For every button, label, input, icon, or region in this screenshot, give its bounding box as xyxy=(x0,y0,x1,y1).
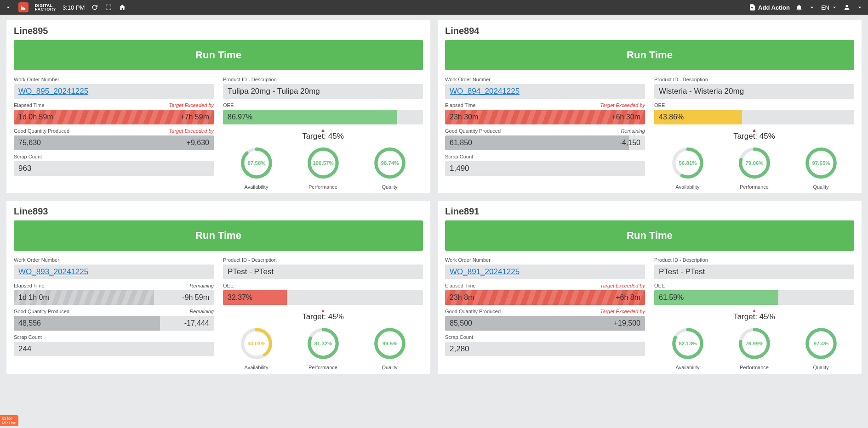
line-title: Line891 xyxy=(445,206,854,217)
work-order-label: Work Order Number xyxy=(445,77,491,82)
gauge-quality: 99.5% Quality xyxy=(371,325,408,370)
gauges-row: 87.58% Availability 100.57% Performance … xyxy=(223,145,423,190)
gauge-quality: 97.65% Quality xyxy=(803,145,839,190)
oee-label: OEE xyxy=(654,283,665,288)
elapsed-label: Elapsed Time xyxy=(445,283,476,288)
svg-text:87.58%: 87.58% xyxy=(247,160,265,166)
language-selector[interactable]: EN xyxy=(821,4,838,11)
refresh-icon[interactable] xyxy=(91,4,98,11)
gauge-label: Quality xyxy=(803,184,839,190)
scrap-value: 1,490 xyxy=(445,161,645,176)
runtime-banner: Run Time xyxy=(445,220,854,251)
gauge-label: Availability xyxy=(669,184,706,190)
gauge-quality: 98.74% Quality xyxy=(371,145,408,190)
good-qty-value: 61,850 xyxy=(450,139,472,147)
elapsed-value: 23h 8m xyxy=(450,293,474,302)
user-icon[interactable] xyxy=(843,4,851,11)
gauge-availability: 40.01% Availability xyxy=(238,325,275,370)
svg-text:76.99%: 76.99% xyxy=(745,341,763,346)
elapsed-delta: +6h 30m xyxy=(611,113,640,121)
gauge-label: Quality xyxy=(803,365,839,370)
elapsed-label: Elapsed Time xyxy=(14,102,45,108)
scrap-label: Scrap Count xyxy=(14,334,42,340)
user-dropdown-icon[interactable] xyxy=(856,4,863,11)
elapsed-bar: 23h 8m +6h 8m xyxy=(445,290,645,305)
gauges-row: 56.81% Availability 79.06% Performance 9… xyxy=(654,145,854,190)
fullscreen-icon[interactable] xyxy=(105,4,112,11)
bell-dropdown-icon[interactable] xyxy=(808,4,816,11)
gauge-performance: 79.06% Performance xyxy=(736,145,773,190)
svg-text:98.74%: 98.74% xyxy=(381,160,399,166)
gauge-availability: 82.13% Availability xyxy=(669,325,706,370)
oee-label: OEE xyxy=(654,102,665,108)
product-label: Product ID - Description xyxy=(223,77,277,82)
good-qty-delta: -17,444 xyxy=(184,319,209,327)
target-caret-icon: ▲ xyxy=(223,309,423,312)
product-label: Product ID - Description xyxy=(654,77,708,82)
gauge-label: Performance xyxy=(736,184,773,190)
work-order-link[interactable]: WO_894_20241225 xyxy=(445,84,645,99)
elapsed-value: 1d 1h 0m xyxy=(18,293,49,302)
chevron-down-icon[interactable] xyxy=(5,4,12,11)
gauge-label: Quality xyxy=(371,184,408,190)
line-title: Line895 xyxy=(14,26,423,36)
svg-text:79.06%: 79.06% xyxy=(745,160,763,166)
line-card: Line891 Run Time Work Order Number WO_89… xyxy=(438,201,862,374)
line-title: Line894 xyxy=(445,26,854,36)
target-text: Target: 45% xyxy=(223,132,423,141)
oee-bar: 86.97% xyxy=(223,110,423,124)
good-qty-label: Good Quantity Produced xyxy=(14,128,69,134)
good-qty-delta: +9,630 xyxy=(187,139,209,147)
product-label: Product ID - Description xyxy=(654,257,708,263)
gauge-availability: 87.58% Availability xyxy=(238,145,275,190)
target-caret-icon: ▲ xyxy=(654,309,854,312)
elapsed-label: Elapsed Time xyxy=(445,102,476,108)
gauge-performance: 76.99% Performance xyxy=(736,325,773,370)
target-caret-icon: ▲ xyxy=(654,128,854,132)
runtime-banner: Run Time xyxy=(14,220,423,251)
work-order-label: Work Order Number xyxy=(14,77,59,82)
work-order-link[interactable]: WO_891_20241225 xyxy=(445,265,645,279)
elapsed-bar: 1d 1h 0m -9h 59m xyxy=(14,290,214,305)
good-qty-value: 75,630 xyxy=(18,139,41,147)
good-qty-label: Good Quantity Produced xyxy=(445,309,501,314)
runtime-banner: Run Time xyxy=(14,40,423,70)
clock-time: 3:10 PM xyxy=(63,4,85,11)
work-order-link[interactable]: WO_893_20241225 xyxy=(14,265,214,279)
svg-text:81.32%: 81.32% xyxy=(314,341,332,346)
svg-text:56.81%: 56.81% xyxy=(679,160,697,166)
target-row: ▲ Target: 45% xyxy=(654,128,854,141)
good-qty-bar: 75,630 +9,630 xyxy=(14,135,214,150)
app-logo[interactable] xyxy=(18,2,29,12)
good-qty-bar: 61,850 -4,150 xyxy=(445,135,645,150)
target-text: Target: 45% xyxy=(223,312,423,321)
gauge-label: Performance xyxy=(736,365,773,370)
target-row: ▲ Target: 45% xyxy=(223,309,423,321)
good-qty-bar: 48,556 -17,444 xyxy=(14,316,214,331)
home-icon[interactable] xyxy=(119,4,126,11)
gauge-performance: 81.32% Performance xyxy=(305,325,342,370)
elapsed-bar: 23h 30m +6h 30m xyxy=(445,110,645,124)
gauge-quality: 97.4% Quality xyxy=(803,325,839,370)
target-caret-icon: ▲ xyxy=(223,128,423,132)
brand-name: DIGITALFACTORY xyxy=(35,4,56,11)
gauge-performance: 100.57% Performance xyxy=(305,145,342,190)
bell-icon[interactable] xyxy=(795,4,803,11)
product-value: PTest - PTest xyxy=(654,265,854,279)
gauges-row: 40.01% Availability 81.32% Performance 9… xyxy=(223,325,423,370)
gauge-label: Performance xyxy=(305,365,342,370)
work-order-label: Work Order Number xyxy=(14,257,59,263)
oee-label: OEE xyxy=(223,102,234,108)
oee-value: 86.97% xyxy=(228,113,252,121)
good-qty-label: Good Quantity Produced xyxy=(445,128,501,134)
elapsed-value: 23h 30m xyxy=(450,113,478,121)
good-qty-delta: +19,500 xyxy=(614,319,640,327)
svg-text:97.4%: 97.4% xyxy=(813,341,828,346)
oee-bar: 43.86% xyxy=(654,110,854,124)
elapsed-delta: +6h 8m xyxy=(616,293,640,302)
product-value: Tulipa 20mg - Tulipa 20mg xyxy=(223,84,423,99)
work-order-link[interactable]: WO_895_20241225 xyxy=(14,84,214,99)
good-qty-label: Good Quantity Produced xyxy=(14,309,69,314)
line-card: Line893 Run Time Work Order Number WO_89… xyxy=(6,201,430,374)
add-action-button[interactable]: Add Action xyxy=(749,4,790,11)
